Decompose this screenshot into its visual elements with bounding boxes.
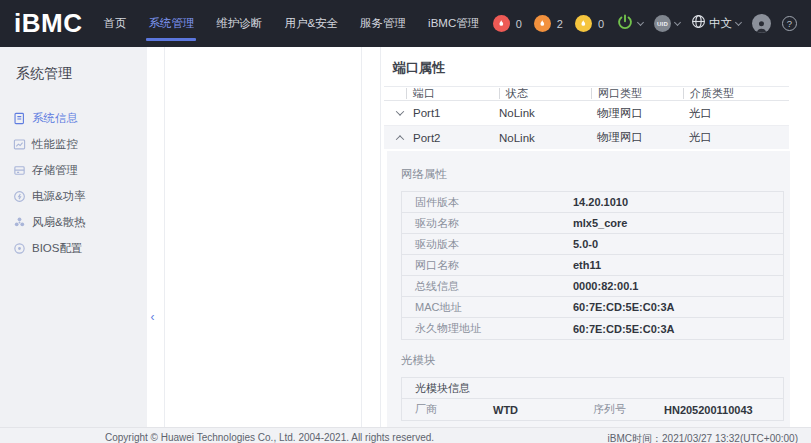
- sidebar-item-performance-monitor[interactable]: 性能监控: [0, 131, 147, 157]
- optical-module-info-header: 光模块信息: [402, 378, 783, 399]
- ibmc-screen: iBMC 首页 系统管理 维护诊断 用户&安全 服务管理 iBMC管理 0 2: [0, 0, 811, 443]
- port-name: Port1: [413, 107, 441, 119]
- column-header-status: 状态: [499, 88, 591, 99]
- property-value: mlx5_core: [573, 217, 627, 229]
- power-icon: [616, 13, 634, 35]
- nav-item-system-management[interactable]: 系统管理: [137, 0, 205, 47]
- minor-alarm-indicator[interactable]: 0: [575, 15, 604, 32]
- port-properties-panel: 端口属性 端口 状态 网口类型 介质类型 Port1 NoLink 物理网口 光…: [380, 47, 790, 427]
- help-icon: ?: [782, 16, 797, 31]
- property-value: eth11: [573, 259, 601, 271]
- language-label: 中文: [709, 16, 732, 31]
- sidebar-item-label: 系统信息: [32, 111, 78, 126]
- sidebar: 系统管理 系统信息 性能监控: [0, 47, 147, 427]
- vendor-label: 厂商: [402, 402, 493, 417]
- ibmc-time-value: 2021/03/27 13:32(UTC+00:00): [662, 433, 798, 443]
- column-header-nic-type: 网口类型: [591, 88, 683, 99]
- table-row: 永久物理地址 60:7E:CD:5E:C0:3A: [402, 318, 783, 339]
- major-alarm-indicator[interactable]: 2: [534, 15, 563, 32]
- port-table-header: 端口 状态 网口类型 介质类型: [384, 87, 789, 101]
- sidebar-item-label: 风扇&散热: [32, 215, 86, 230]
- property-label: 永久物理地址: [402, 321, 573, 336]
- expand-chevron-down-icon[interactable]: [396, 107, 404, 115]
- chevron-down-icon: [674, 19, 681, 26]
- port-media-type: 光口: [689, 106, 769, 121]
- sidebar-item-system-info[interactable]: 系统信息: [0, 105, 147, 131]
- power-control-menu[interactable]: [616, 13, 643, 35]
- port-table: 端口 状态 网口类型 介质类型 Port1 NoLink 物理网口 光口 Por…: [384, 86, 789, 427]
- copyright-text: Copyright © Huawei Technologies Co., Ltd…: [105, 432, 434, 443]
- ibmc-time: iBMC时间：2021/03/27 13:32(UTC+00:00): [608, 432, 798, 443]
- nav-item-maintenance-diagnosis[interactable]: 维护诊断: [205, 0, 273, 47]
- help-button[interactable]: ?: [782, 16, 797, 31]
- critical-alarm-indicator[interactable]: 0: [493, 15, 522, 32]
- table-row: 厂商 WTD 序列号 HN205200110043: [402, 399, 783, 420]
- table-row: 驱动版本 5.0-0: [402, 234, 783, 255]
- property-label: 固件版本: [402, 195, 573, 210]
- vendor-value: WTD: [493, 404, 593, 416]
- ibmc-logo: iBMC: [14, 8, 82, 39]
- property-label: 驱动版本: [402, 237, 573, 252]
- property-value: 5.0-0: [573, 238, 598, 250]
- property-value: 0000:82:00.1: [573, 280, 638, 292]
- serial-number-label: 序列号: [593, 402, 664, 417]
- sidebar-item-label: 存储管理: [32, 163, 78, 178]
- property-label: MAC地址: [402, 300, 573, 315]
- port2-details-section: 网络属性 固件版本 14.20.1010 驱动名称 mlx5_core 驱动版本…: [387, 151, 790, 427]
- critical-alarm-flame-icon: [493, 15, 510, 32]
- table-row: MAC地址 60:7E:CD:5E:C0:3A: [402, 297, 783, 318]
- uid-icon: UID: [654, 15, 671, 32]
- content-left-panel: [164, 47, 362, 427]
- sidebar-item-label: 性能监控: [32, 137, 78, 152]
- major-alarm-count: 2: [557, 18, 563, 30]
- collapse-chevron-up-icon[interactable]: [396, 135, 404, 143]
- table-row: 固件版本 14.20.1010: [402, 192, 783, 213]
- table-row: 网口名称 eth11: [402, 255, 783, 276]
- chevron-down-icon: [735, 19, 742, 26]
- nav-item-ibmc-management[interactable]: iBMC管理: [417, 0, 490, 47]
- network-properties-table: 固件版本 14.20.1010 驱动名称 mlx5_core 驱动版本 5.0-…: [401, 191, 784, 340]
- sidebar-title: 系统管理: [0, 47, 147, 83]
- line-chart-icon: [13, 138, 26, 151]
- gear-icon: [13, 242, 26, 255]
- sidebar-item-power[interactable]: 电源&功率: [0, 183, 147, 209]
- sidebar-item-label: 电源&功率: [32, 189, 86, 204]
- uid-indicator-menu[interactable]: UID: [654, 15, 680, 32]
- fan-icon: [13, 216, 26, 229]
- port-status: NoLink: [499, 132, 597, 144]
- top-nav-bar: iBMC 首页 系统管理 维护诊断 用户&安全 服务管理 iBMC管理 0 2: [0, 0, 811, 47]
- column-header-media-type: 介质类型: [683, 88, 763, 99]
- main-menu: 首页 系统管理 维护诊断 用户&安全 服务管理 iBMC管理: [92, 0, 490, 47]
- nav-status-area: 0 2 0: [493, 13, 801, 35]
- globe-icon: [691, 14, 706, 33]
- nav-item-user-security[interactable]: 用户&安全: [273, 0, 349, 47]
- critical-alarm-count: 0: [516, 18, 522, 30]
- language-selector[interactable]: 中文: [691, 14, 741, 33]
- table-row: 总线信息 0000:82:00.1: [402, 276, 783, 297]
- sidebar-collapse-toggle[interactable]: ‹: [146, 305, 159, 329]
- table-row-port1[interactable]: Port1 NoLink 物理网口 光口: [384, 101, 789, 126]
- footer: Copyright © Huawei Technologies Co., Ltd…: [0, 427, 811, 443]
- storage-icon: [13, 164, 26, 177]
- sidebar-item-fan-cooling[interactable]: 风扇&散热: [0, 209, 147, 235]
- sidebar-item-bios-config[interactable]: BIOS配置: [0, 235, 147, 261]
- page-title: 端口属性: [381, 47, 790, 86]
- network-properties-title: 网络属性: [387, 151, 790, 191]
- user-account-menu[interactable]: [752, 14, 771, 33]
- table-row: 驱动名称 mlx5_core: [402, 213, 783, 234]
- property-value: 60:7E:CD:5E:C0:3A: [573, 323, 674, 335]
- nav-item-home[interactable]: 首页: [92, 0, 137, 47]
- optical-module-title: 光模块: [387, 340, 790, 377]
- chevron-down-icon: [637, 19, 644, 26]
- property-label: 驱动名称: [402, 216, 573, 231]
- power-meter-icon: [13, 190, 26, 203]
- column-header-port: 端口: [406, 88, 499, 99]
- property-value: 60:7E:CD:5E:C0:3A: [573, 301, 674, 313]
- nav-item-service-management[interactable]: 服务管理: [349, 0, 417, 47]
- sidebar-item-label: BIOS配置: [32, 241, 82, 256]
- port-nic-type: 物理网口: [597, 106, 689, 121]
- sidebar-menu: 系统信息 性能监控 存储管理: [0, 105, 147, 261]
- sidebar-item-storage-management[interactable]: 存储管理: [0, 157, 147, 183]
- table-row-port2[interactable]: Port2 NoLink 物理网口 光口: [384, 126, 789, 151]
- port-status: NoLink: [499, 107, 597, 119]
